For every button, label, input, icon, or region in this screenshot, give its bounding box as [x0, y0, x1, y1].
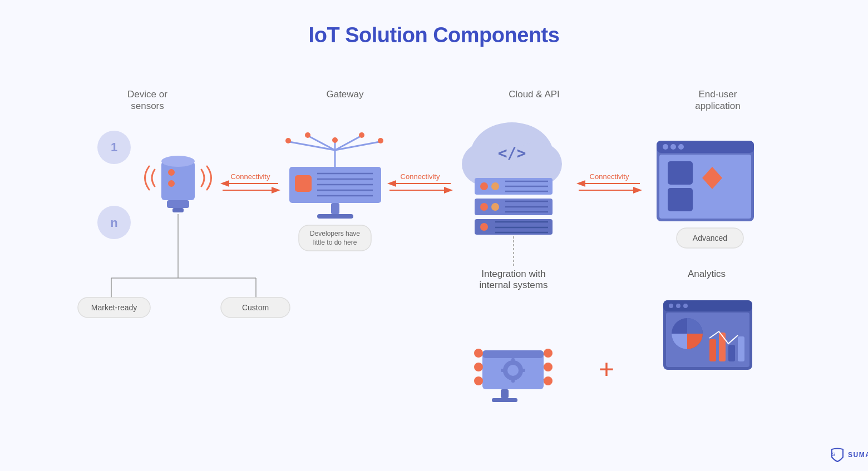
sensor-body — [161, 161, 195, 200]
sensor-top — [161, 156, 195, 167]
svg-text:Analytics: Analytics — [688, 269, 726, 279]
svg-text:End-user: End-user — [699, 89, 737, 100]
gw-ant-center-dot — [332, 137, 338, 143]
gear-tooth3 — [501, 369, 506, 372]
svg-text:+: + — [599, 354, 614, 384]
gear-tooth4 — [520, 369, 525, 372]
gw-ant-far-left-dot — [285, 138, 291, 143]
svg-text:Device or: Device or — [127, 89, 167, 100]
svg-text:S: S — [832, 452, 835, 457]
svg-text:SUMATOSOFT: SUMATOSOFT — [848, 451, 868, 459]
enduser-dot2 — [670, 144, 676, 150]
svg-text:Connectivity: Connectivity — [231, 172, 270, 181]
gw-stand — [331, 203, 339, 214]
enduser-block2 — [668, 188, 693, 211]
page: IoT Solution Components Device or sensor… — [0, 0, 868, 471]
svg-text:Connectivity: Connectivity — [401, 172, 440, 181]
wave-left2 — [145, 166, 150, 190]
svg-text:application: application — [695, 101, 740, 111]
gear-tooth2 — [511, 378, 515, 383]
svg-text:</>: </> — [498, 144, 526, 162]
analytics-dot3 — [683, 304, 688, 308]
gw-base — [317, 214, 353, 219]
svg-text:Integration with: Integration with — [481, 269, 545, 279]
analytics-dot1 — [669, 304, 673, 308]
wave-left1 — [152, 170, 155, 186]
svg-text:sensors: sensors — [131, 101, 164, 111]
svg-text:n: n — [110, 216, 117, 230]
integration-base — [492, 398, 517, 402]
svg-text:1: 1 — [111, 140, 117, 154]
gw-button — [295, 175, 312, 192]
sensor-pedestal-bottom — [172, 208, 184, 212]
bar1 — [709, 339, 716, 361]
enduser-dot1 — [663, 144, 668, 150]
enduser-block1 — [668, 161, 693, 185]
bar4 — [738, 336, 744, 361]
integration-stand — [501, 389, 509, 398]
gateway-tooltip-bg — [299, 225, 371, 251]
bar3 — [728, 345, 735, 361]
enduser-dot3 — [678, 144, 684, 150]
svg-text:Developers have: Developers have — [310, 230, 360, 237]
analytics-dot2 — [676, 304, 680, 308]
svg-text:internal systems: internal systems — [480, 280, 548, 290]
svg-text:Gateway: Gateway — [326, 89, 364, 100]
rack2-dot1 — [480, 203, 488, 211]
bar2 — [719, 333, 726, 361]
gear-tooth1 — [511, 358, 515, 363]
sensor-dot1 — [168, 169, 175, 176]
svg-text:Custom: Custom — [242, 303, 269, 312]
svg-text:Advanced: Advanced — [693, 234, 727, 242]
svg-text:little to do here: little to do here — [313, 239, 357, 246]
wave-right2 — [207, 166, 211, 190]
rack1-dot1 — [480, 182, 488, 190]
gw-ant-right-dot — [359, 132, 364, 138]
gw-ant-left-dot — [305, 132, 310, 138]
rack1-dot2 — [491, 182, 499, 190]
sensor-dot2 — [168, 180, 175, 187]
wave-right1 — [201, 170, 204, 186]
sensor-pedestal-top — [167, 200, 189, 208]
svg-text:Cloud & API: Cloud & API — [509, 89, 560, 100]
gw-ant-far-right-dot — [378, 138, 383, 143]
integration-gear-inner — [507, 365, 519, 376]
diagram-svg: Device or sensors Gateway Cloud & API En… — [0, 0, 868, 471]
svg-text:Market-ready: Market-ready — [91, 303, 137, 312]
rack3-dot1 — [480, 223, 488, 231]
integration-monitor-bar — [482, 350, 544, 358]
rack2-dot2 — [491, 203, 499, 211]
svg-text:Connectivity: Connectivity — [590, 172, 629, 181]
